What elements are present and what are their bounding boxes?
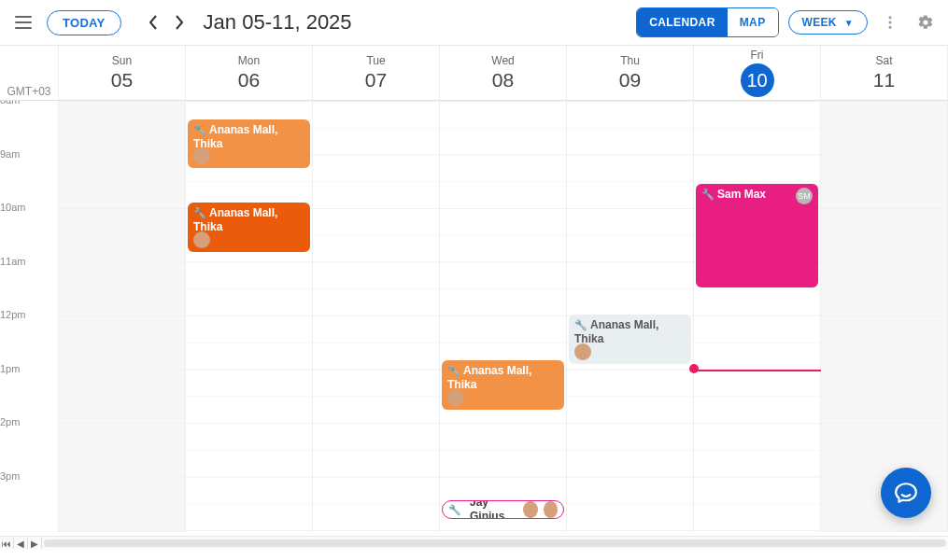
more-options-button[interactable] — [877, 9, 903, 35]
bottom-scroll-strip: ⏮ ◀ ▶ — [0, 536, 948, 550]
date-nav — [140, 9, 192, 35]
wrench-icon: 🔧 — [448, 504, 461, 517]
view-toggle: CALENDAR MAP — [636, 7, 778, 37]
toolbar: TODAY Jan 05-11, 2025 CALENDAR MAP WEEK … — [0, 0, 948, 46]
visible-date-range: Jan 05-11, 2025 — [204, 10, 352, 35]
calendar-event[interactable]: 🔧Ananas Mall, Thika — [569, 315, 691, 363]
day-short: Fri — [694, 49, 820, 62]
day-short: Sat — [821, 54, 947, 67]
avatar — [193, 231, 210, 248]
horizontal-scrollbar[interactable] — [44, 539, 946, 547]
avatar — [523, 501, 537, 518]
chat-button[interactable] — [881, 468, 931, 518]
menu-icon[interactable] — [9, 8, 37, 36]
avatar — [544, 501, 558, 518]
calendar-event[interactable]: 🔧Ananas Mall, Thika — [188, 203, 310, 252]
day-column[interactable]: 🔧Ananas Mall, Thika — [567, 101, 694, 532]
timezone-label: GMT+03 — [7, 85, 50, 98]
calendar: GMT+03 Sun 05 Mon 06 Tue 07 Wed 08 Thu 0… — [0, 46, 948, 550]
time-label: 2pm — [0, 416, 58, 427]
time-label: 3pm — [0, 470, 58, 482]
day-number: 10 — [741, 63, 774, 97]
day-column[interactable]: 🔧Sam MaxSM — [694, 101, 821, 532]
chat-icon — [894, 481, 918, 505]
range-select-label: WEEK — [802, 16, 837, 29]
calendar-event[interactable]: 🔧Ananas Mall, Thika — [188, 119, 310, 168]
day-short: Sun — [59, 54, 185, 67]
wrench-icon: 🔧 — [701, 189, 715, 202]
day-number: 07 — [313, 69, 439, 91]
scroll-prev-icon[interactable]: ◀ — [14, 538, 28, 549]
day-column[interactable] — [313, 101, 440, 532]
avatar — [574, 343, 591, 360]
settings-button[interactable] — [913, 9, 939, 35]
day-header[interactable]: Thu 09 — [567, 46, 694, 100]
calendar-event[interactable]: 🔧Ananas Mall, Thika — [442, 360, 564, 409]
day-short: Wed — [440, 54, 566, 67]
day-header[interactable]: Wed 08 — [440, 46, 567, 100]
day-number: 06 — [186, 69, 312, 91]
day-header[interactable]: Sun 05 — [59, 46, 186, 100]
event-title: Sam Max — [717, 188, 766, 201]
scroll-next-icon[interactable]: ▶ — [28, 538, 42, 549]
timezone-cell: GMT+03 — [0, 46, 59, 100]
prev-week-button[interactable] — [140, 9, 166, 35]
svg-point-2 — [889, 26, 892, 29]
day-number: 05 — [59, 69, 185, 91]
chevron-down-icon: ▼ — [844, 18, 854, 28]
day-header[interactable]: Tue 07 — [313, 46, 440, 100]
range-select[interactable]: WEEK ▼ — [788, 10, 868, 35]
day-short: Mon — [186, 54, 312, 67]
time-label: 10am — [0, 202, 58, 213]
scroll-first-icon[interactable]: ⏮ — [0, 538, 14, 549]
time-label: 12pm — [0, 309, 58, 320]
view-toggle-calendar[interactable]: CALENDAR — [637, 8, 728, 36]
day-number: 11 — [821, 69, 947, 91]
wrench-icon: 🔧 — [193, 207, 206, 220]
day-short: Thu — [567, 54, 693, 67]
day-short: Tue — [313, 54, 439, 67]
time-label: 1pm — [0, 363, 58, 374]
day-header[interactable]: Mon 06 — [186, 46, 313, 100]
day-number: 09 — [567, 69, 693, 91]
wrench-icon: 🔧 — [574, 319, 587, 332]
wrench-icon: 🔧 — [193, 124, 206, 137]
day-header[interactable]: Sat 11 — [821, 46, 948, 100]
now-dot — [689, 364, 699, 373]
time-label: 9am — [0, 148, 58, 160]
calendar-grid: 8am 9am 10am 11am 12pm 1pm 2pm 3pm 🔧Anan… — [0, 101, 948, 532]
event-title: Jay Ginius — [470, 500, 517, 519]
avatar — [447, 389, 464, 406]
calendar-scroll-area[interactable]: 8am 9am 10am 11am 12pm 1pm 2pm 3pm 🔧Anan… — [0, 101, 948, 532]
avatar — [193, 147, 210, 164]
svg-point-0 — [889, 16, 892, 19]
day-header[interactable]: Fri 10 — [694, 46, 821, 100]
calendar-event[interactable]: 🔧Sam MaxSM — [696, 184, 818, 287]
day-header-row: GMT+03 Sun 05 Mon 06 Tue 07 Wed 08 Thu 0… — [0, 46, 948, 101]
day-column[interactable] — [59, 101, 186, 532]
time-label: 11am — [0, 256, 58, 267]
day-column[interactable]: 🔧Ananas Mall, Thika🔧Ananas Mall, Thika — [186, 101, 313, 532]
svg-point-1 — [889, 21, 892, 24]
view-toggle-map[interactable]: MAP — [728, 8, 778, 36]
time-label: 8am — [0, 101, 58, 105]
day-column[interactable] — [821, 101, 948, 532]
calendar-event[interactable]: 🔧Jay Ginius — [442, 500, 564, 519]
avatar-badge: SM — [796, 188, 813, 204]
wrench-icon: 🔧 — [447, 365, 460, 378]
day-number: 08 — [440, 69, 566, 91]
next-week-button[interactable] — [166, 9, 192, 35]
day-column[interactable]: 🔧Ananas Mall, Thika🔧Jay Ginius — [440, 101, 567, 532]
today-button[interactable]: TODAY — [47, 10, 121, 35]
